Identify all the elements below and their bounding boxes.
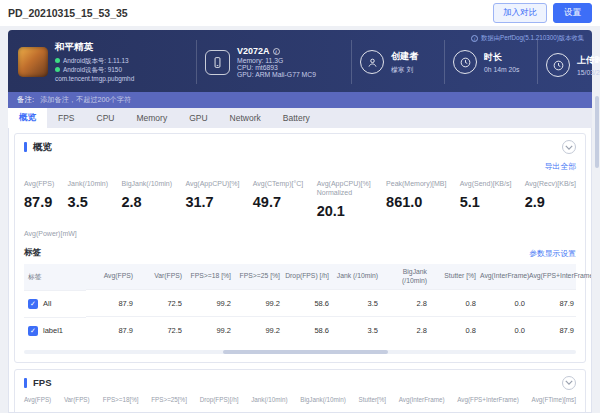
- app-version-code: Android设备号: 9150: [63, 65, 122, 74]
- metric-app-cpu: Avg(AppCPU)[%]31.7: [185, 180, 239, 219]
- metric-avg-power: Avg(Power)[mW]: [24, 230, 576, 239]
- param-display-settings-link[interactable]: 参数显示设置: [529, 248, 576, 259]
- row-checkbox[interactable]: [28, 326, 38, 336]
- row-checkbox[interactable]: [28, 299, 38, 309]
- metric-drop-fps: Drop(FPS)[/h]58.6: [200, 396, 239, 413]
- upload-clock-icon: [546, 53, 570, 77]
- remark-label: 备注:: [17, 95, 34, 105]
- tab-network[interactable]: Network: [219, 108, 272, 128]
- tab-fps[interactable]: FPS: [47, 108, 86, 128]
- table-horizontal-scrollbar-track: [24, 350, 576, 354]
- app-version-name: Android版本号: 1.11.13: [63, 56, 129, 65]
- upload-label: 上传时间: [577, 54, 600, 67]
- export-all-link[interactable]: 导出全部: [545, 162, 576, 171]
- metric-avg-recv: Avg(Recv)[KB/s]2.9: [525, 180, 576, 219]
- duration-block: 时长 0h 14m 20s: [453, 50, 529, 74]
- device-info-block: V2072Ai Memory: 11.3G CPU: mt6893 GPU: A…: [205, 46, 343, 78]
- metric-stutter: Stutter[%]0.0: [358, 396, 386, 413]
- duration-label: 时长: [484, 51, 520, 64]
- row-label: label1: [43, 326, 63, 335]
- device-gpu: GPU: ARM Mali-G77 MC9: [237, 71, 316, 78]
- divider: [351, 40, 352, 84]
- metric-avg-fps: Avg(FPS)87.9: [24, 396, 51, 413]
- metric-peak-memory: Peak(Memory)[MB]861.0: [386, 180, 446, 219]
- labels-table: 标签 Avg(FPS) Var(FPS) FPS>=18 [%] FPS>=25…: [24, 264, 576, 343]
- metric-avg-send: Avg(Send)[KB/s]5.1: [460, 180, 512, 219]
- metric-avg-ftime: Avg(FTime)[ms]11.4: [532, 396, 576, 413]
- overview-section: 概览 导出全部 Avg(FPS)87.9 Jank(/10min)3.5 Big…: [14, 133, 586, 363]
- info-icon[interactable]: i: [273, 48, 280, 55]
- page-vertical-scrollbar[interactable]: [595, 96, 599, 168]
- overview-title: 概览: [24, 141, 52, 154]
- fps-title: FPS: [24, 377, 51, 388]
- overview-metrics: Avg(FPS)87.9 Jank(/10min)3.5 BigJank(/10…: [24, 180, 576, 219]
- report-title: PD_20210315_15_53_35: [8, 7, 128, 19]
- remark-bar[interactable]: 备注: 添加备注，不超过200个字符: [8, 92, 592, 108]
- metric-app-cpu-normalized: Avg(AppCPU)[%] Normalized20.1: [317, 180, 373, 219]
- metric-fps-ge-25: FPS>=25[%]99.2: [151, 396, 187, 413]
- game-name: 和平精英: [55, 41, 134, 54]
- row-label: All: [43, 299, 51, 308]
- collapse-fps-button[interactable]: [562, 376, 576, 390]
- table-header-row: 标签 Avg(FPS) Var(FPS) FPS>=18 [%] FPS>=25…: [24, 264, 576, 289]
- metric-avg-interframe: Avg(InterFrame)87.9: [399, 396, 445, 413]
- creator-label: 创建者: [391, 50, 418, 63]
- android-icon: [55, 67, 60, 72]
- device-memory: Memory: 11.3G: [237, 57, 316, 64]
- android-icon: [55, 58, 60, 63]
- section-tabbar: 概览 FPS CPU Memory GPU Network Battery: [8, 108, 592, 128]
- collapse-overview-button[interactable]: [562, 140, 576, 154]
- tab-battery[interactable]: Battery: [272, 108, 321, 128]
- device-model: V2072A: [237, 46, 270, 56]
- info-icon: i: [471, 35, 478, 42]
- creator-name: 檬寒 刘: [391, 65, 418, 75]
- app-info-block: 和平精英 Android版本号: 1.11.13 Android设备号: 915…: [18, 41, 188, 84]
- metric-bigjank: BigJank(/10min)2.8: [121, 180, 172, 219]
- topbar-actions: 加入对比 设置: [493, 3, 592, 23]
- report-content: 概览 导出全部 Avg(FPS)87.9 Jank(/10min)3.5 Big…: [8, 128, 592, 413]
- collect-version-note: i 数据由PerfDog(5.1.210300)版本收集: [471, 34, 584, 43]
- tab-gpu[interactable]: GPU: [178, 108, 218, 128]
- add-to-compare-button[interactable]: 加入对比: [493, 3, 547, 23]
- app-package: com.tencent.tmgp.pubgmhd: [55, 74, 134, 83]
- metric-jank: Jank(/10min)3.5: [68, 180, 108, 219]
- divider: [444, 40, 445, 84]
- metric-fps-ge-18: FPS>=18[%]99.2: [103, 396, 139, 413]
- game-icon: [18, 47, 48, 77]
- divider: [196, 40, 197, 84]
- device-cpu: CPU: mt6893: [237, 64, 316, 71]
- table-row: label1 87.9 72.5 99.2 99.2 58.6 3.5 2.8 …: [24, 317, 576, 344]
- phone-icon: [205, 50, 230, 75]
- labels-title: 标签: [24, 247, 41, 259]
- table-row: All 87.9 72.5 99.2 99.2 58.6 3.5 2.8 0.8…: [24, 290, 576, 317]
- top-bar: PD_20210315_15_53_35 加入对比 设置: [0, 0, 600, 26]
- remark-placeholder: 添加备注，不超过200个字符: [40, 95, 131, 105]
- duration-value: 0h 14m 20s: [484, 66, 520, 73]
- fps-section: FPS Avg(FPS)87.9 Var(FPS)72.5 FPS>=18[%]…: [14, 369, 586, 413]
- tab-cpu[interactable]: CPU: [86, 108, 126, 128]
- tab-overview[interactable]: 概览: [8, 108, 47, 128]
- metric-bigjank: BigJank(/10min)2.8: [300, 396, 346, 413]
- clock-icon: [453, 50, 477, 74]
- fps-metrics: Avg(FPS)87.9 Var(FPS)72.5 FPS>=18[%]99.2…: [24, 396, 576, 413]
- metric-var-fps: Var(FPS)72.5: [64, 396, 90, 413]
- metric-ctemp: Avg(CTemp)[°C]49.7: [253, 180, 304, 219]
- metric-avg-fps-interframe: Avg(FPS+InterFrame)87.9: [457, 396, 519, 413]
- settings-button[interactable]: 设置: [553, 3, 592, 23]
- divider: [537, 40, 538, 84]
- session-header: 和平精英 Android版本号: 1.11.13 Android设备号: 915…: [8, 30, 592, 92]
- collect-note-text: 数据由PerfDog(5.1.210300)版本收集: [481, 34, 584, 43]
- metric-jank: Jank(/10min)3.5: [251, 396, 287, 413]
- table-horizontal-scrollbar[interactable]: [223, 350, 389, 354]
- upload-time-block: 上传时间 15/03/2021 15:53:35: [546, 53, 600, 77]
- perfdog-report-page: PD_20210315_15_53_35 加入对比 设置 和平精英 Androi…: [0, 0, 600, 413]
- user-icon: [360, 50, 384, 74]
- creator-block: 创建者 檬寒 刘: [360, 50, 436, 75]
- metric-avg-fps: Avg(FPS)87.9: [24, 180, 54, 219]
- upload-value: 15/03/2021 15:53:35: [577, 69, 600, 76]
- tab-memory[interactable]: Memory: [125, 108, 178, 128]
